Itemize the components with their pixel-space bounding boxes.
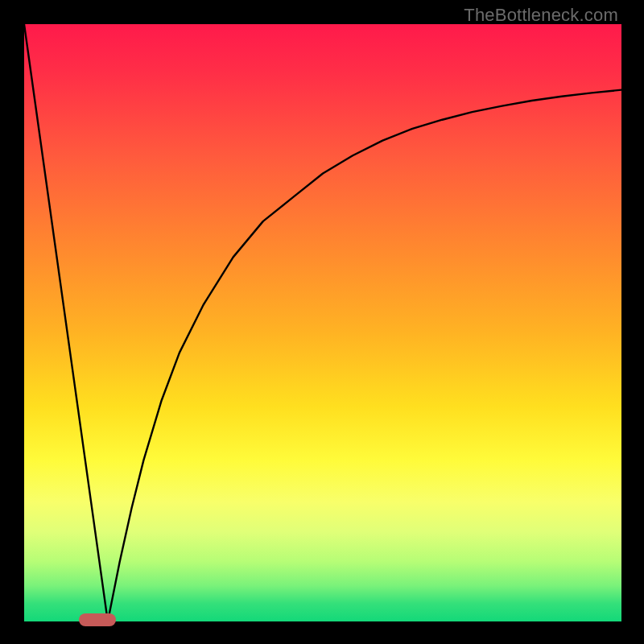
notch-marker — [79, 613, 116, 626]
chart-lines — [24, 24, 621, 621]
series-left-leg — [24, 24, 108, 621]
chart-frame: TheBottleneck.com — [0, 0, 644, 644]
plot-area — [24, 24, 621, 621]
series-right-curve — [108, 90, 621, 621]
watermark-text: TheBottleneck.com — [464, 5, 618, 26]
